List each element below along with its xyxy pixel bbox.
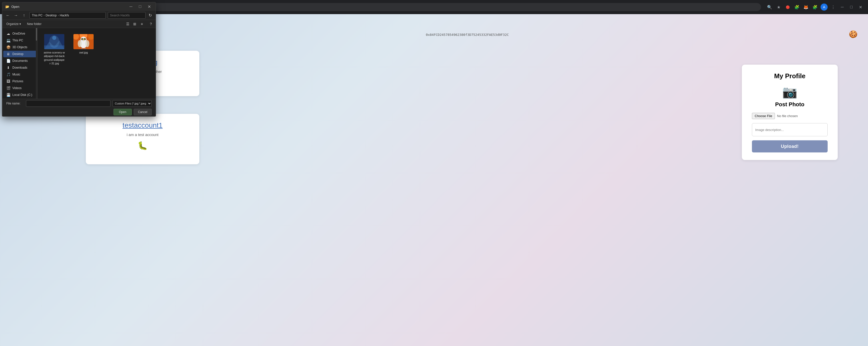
star-icon[interactable]: ★ — [775, 3, 782, 10]
dialog-maximize-button[interactable]: □ — [136, 3, 144, 10]
dialog-title-text: Open — [11, 5, 125, 8]
sidebar-label-videos: Videos — [12, 86, 22, 90]
dialog-main-area: ☁ OneDrive 💻 This PC 📦 3D Objects 🖥 Desk… — [2, 28, 156, 99]
image-description-input[interactable] — [752, 123, 828, 136]
dialog-sidebar: ☁ OneDrive 💻 This PC 📦 3D Objects 🖥 Desk… — [2, 28, 38, 99]
path-breadcrumb[interactable]: This PC › Desktop › Hackfs — [30, 12, 106, 19]
svg-point-16 — [78, 40, 82, 47]
path-hackfs[interactable]: Hackfs — [60, 13, 69, 17]
sidebar-item-onedrive[interactable]: ☁ OneDrive — [3, 30, 36, 37]
svg-point-13 — [82, 39, 83, 40]
dialog-close-button[interactable]: ✕ — [146, 3, 153, 10]
sidebar-label-documents: Documents — [12, 59, 28, 63]
pictures-icon: 🖼 — [6, 79, 10, 83]
view-details-button[interactable]: ≡ — [138, 21, 145, 27]
dialog-refresh-button[interactable]: ↻ — [147, 12, 154, 19]
file-input-row: Choose File No file chosen — [752, 113, 828, 119]
browser-icons: 🔍 ★ 🔴 🧩 🦊 🧩 A ⋮ ─ □ ✕ — [766, 3, 864, 10]
page-avatar: 🍪 — [849, 30, 858, 39]
sidebar-item-network[interactable]: 🌐 Network — [3, 98, 36, 99]
desktop-icon: 🖥 — [6, 52, 10, 56]
svg-point-17 — [85, 40, 89, 47]
nav-forward-button[interactable]: → — [12, 12, 20, 19]
user-card-2: testaccount1 i am a test account 🐛 — [86, 114, 199, 164]
filename-label: File name: — [6, 102, 24, 105]
sidebar-item-localdisk[interactable]: 💾 Local Disk (C:) — [3, 92, 36, 98]
dialog-organize-bar: Organize ▾ New folder ☰ ⊞ ≡ ? — [2, 20, 156, 28]
sidebar-item-documents[interactable]: 📄 Documents — [3, 58, 36, 64]
sidebar-item-videos[interactable]: 🎬 Videos — [3, 85, 36, 91]
file-name-anime: anime-scenery-wallpaper-hd-back ground-w… — [44, 51, 65, 65]
sidebar-label-thispc: This PC — [12, 39, 23, 42]
username-2[interactable]: testaccount1 — [93, 121, 192, 129]
dialog-bottom-bar: File name: Custom Files (*.jpg;*.jpeg;*.… — [2, 99, 156, 116]
nav-up-button[interactable]: ↑ — [21, 12, 28, 19]
file-name-owl: owl.jpg — [79, 51, 88, 54]
view-grid-button[interactable]: ⊞ — [131, 21, 138, 27]
choose-file-button[interactable]: Choose File — [752, 113, 775, 119]
maximize-icon[interactable]: □ — [848, 3, 855, 10]
file-thumb-owl — [73, 34, 94, 49]
music-icon: 🎵 — [6, 72, 10, 76]
dialog-file-area: anime-scenery-wallpaper-hd-back ground-w… — [38, 28, 156, 99]
ext-icon3[interactable]: 🦊 — [802, 3, 809, 10]
view-buttons: ☰ ⊞ ≡ — [124, 21, 145, 27]
filetype-select[interactable]: Custom Files (*.jpg;*.jpeg;*.png;... All… — [113, 100, 152, 107]
user-desc-2: i am a test account — [93, 132, 192, 137]
dialog-search-input[interactable] — [108, 12, 146, 19]
path-thispc[interactable]: This PC — [32, 13, 43, 17]
dialog-cancel-button[interactable]: Cancel — [134, 109, 152, 115]
camera-icon: 📷 — [752, 85, 828, 99]
profile-title: My Profile — [752, 72, 828, 80]
sidebar-scrollbar-thumb — [36, 28, 37, 41]
sidebar-label-pictures: Pictures — [12, 80, 23, 83]
ext-icon2[interactable]: 🧩 — [793, 3, 800, 10]
close-window-icon[interactable]: ✕ — [857, 3, 864, 10]
search-icon[interactable]: 🔍 — [766, 3, 773, 10]
dialog-nav-toolbar: ← → ↑ This PC › Desktop › Hackfs ↻ — [2, 11, 156, 20]
sidebar-item-downloads[interactable]: ⬇ Downloads — [3, 64, 36, 71]
file-item-owl[interactable]: owl.jpg — [71, 32, 96, 67]
ext-icon1[interactable]: 🔴 — [784, 3, 791, 10]
user-profile-icon[interactable]: A — [820, 3, 828, 10]
profile-card: My Profile 📷 Post Photo Choose File No f… — [742, 65, 838, 160]
svg-point-4 — [49, 35, 59, 48]
ext-icon4[interactable]: 🧩 — [811, 3, 818, 10]
svg-point-14 — [84, 39, 85, 40]
sidebar-label-desktop: Desktop — [12, 52, 24, 56]
dialog-minimize-button[interactable]: ─ — [127, 3, 134, 10]
sidebar-item-thispc[interactable]: 💻 This PC — [3, 37, 36, 44]
file-thumb-anime — [44, 34, 64, 49]
sidebar-item-desktop[interactable]: 🖥 Desktop — [3, 51, 36, 57]
minimize-icon[interactable]: ─ — [839, 3, 846, 10]
file-open-dialog: 📂 Open ─ □ ✕ ← → ↑ This PC › Desktop › H… — [2, 2, 156, 117]
organize-button[interactable]: Organize ▾ — [4, 22, 23, 27]
sidebar-label-downloads: Downloads — [12, 66, 27, 69]
sidebar-scrollbar-track — [36, 28, 37, 99]
downloads-icon: ⬇ — [6, 66, 10, 70]
path-desktop[interactable]: Desktop — [46, 13, 57, 17]
browser-menu-icon[interactable]: ⋮ — [830, 3, 837, 10]
documents-icon: 📄 — [6, 59, 10, 63]
filename-input[interactable] — [26, 100, 111, 107]
new-folder-button[interactable]: New folder — [25, 22, 43, 27]
sidebar-item-pictures[interactable]: 🖼 Pictures — [3, 78, 36, 85]
localdisk-icon: 💾 — [6, 93, 10, 97]
sidebar-scroll-area: ☁ OneDrive 💻 This PC 📦 3D Objects 🖥 Desk… — [2, 28, 38, 99]
sidebar-label-3dobjects: 3D Objects — [12, 45, 27, 49]
file-item-anime[interactable]: anime-scenery-wallpaper-hd-back ground-w… — [42, 32, 67, 67]
dialog-help-button[interactable]: ? — [148, 21, 154, 27]
dialog-titlebar: 📂 Open ─ □ ✕ — [2, 2, 156, 11]
sidebar-item-music[interactable]: 🎵 Music — [3, 71, 36, 78]
thispc-icon: 💻 — [6, 38, 10, 42]
sidebar-label-onedrive: OneDrive — [12, 32, 25, 35]
filename-row: File name: Custom Files (*.jpg;*.jpeg;*.… — [6, 100, 152, 107]
dialog-open-button[interactable]: Open — [114, 109, 131, 115]
nav-back-button[interactable]: ← — [4, 12, 11, 19]
sidebar-label-localdisk: Local Disk (C:) — [12, 93, 32, 97]
upload-button[interactable]: Upload! — [752, 140, 828, 152]
view-list-button[interactable]: ☰ — [124, 21, 131, 27]
hash-display: 0x84FCD2457854962380f3D75245332FAE53d0F3… — [426, 33, 509, 37]
sidebar-item-3dobjects[interactable]: 📦 3D Objects — [3, 44, 36, 51]
anime-thumbnail-svg — [44, 34, 64, 49]
